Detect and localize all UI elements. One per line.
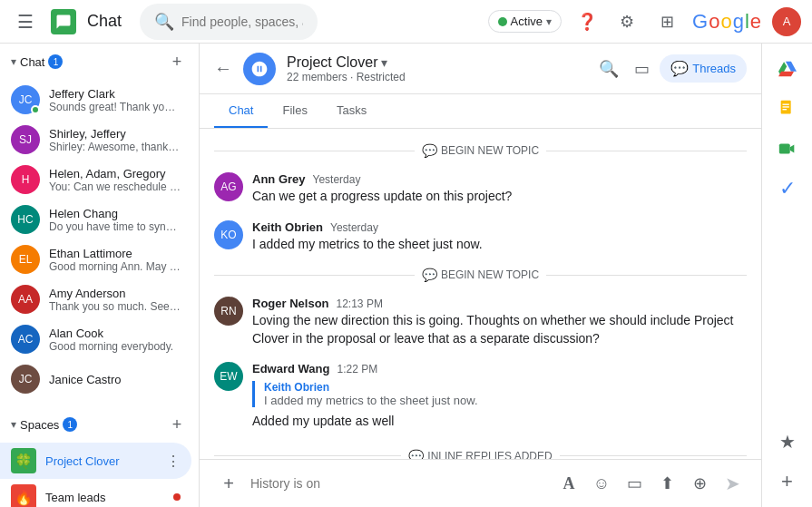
- tab-tasks[interactable]: Tasks: [322, 94, 381, 128]
- chat-item[interactable]: AA Amy Anderson Thank you so much. See y…: [0, 279, 191, 319]
- msg-avatar: RN: [214, 297, 243, 326]
- chat-item-name: Shirley, Jeffery: [49, 127, 181, 141]
- chat-item-name: Ethan Lattimore: [49, 247, 181, 260]
- tasks-check-icon[interactable]: ✓: [769, 171, 806, 207]
- chat-item-preview: Good morning everybody.: [49, 340, 181, 353]
- msg-text: I added my metrics to the sheet just now…: [252, 236, 747, 254]
- search-input[interactable]: [181, 15, 303, 29]
- chat-header-name[interactable]: Project Clover ▾: [287, 54, 583, 71]
- avatar: AA: [11, 285, 40, 314]
- chat-item[interactable]: H Helen, Adam, Gregory You: Can we resch…: [0, 160, 191, 200]
- upload-button[interactable]: ⬆: [652, 469, 681, 498]
- right-panel: ✓ ★ +: [761, 44, 812, 507]
- chat-item-name: Alan Cook: [49, 327, 181, 340]
- threads-icon: 💬: [670, 60, 689, 77]
- add-space-button[interactable]: +: [166, 414, 188, 435]
- add-app-icon[interactable]: +: [769, 463, 806, 500]
- space-options-icon: ⋮: [166, 453, 181, 470]
- search-icon: 🔍: [154, 12, 174, 32]
- add-attachment-button[interactable]: +: [214, 469, 243, 498]
- format-text-button[interactable]: A: [554, 469, 583, 498]
- avatar: HC: [11, 205, 40, 234]
- chat-item[interactable]: HC Helen Chang Do you have time to sync …: [0, 200, 191, 239]
- chat-header-subtitle: 22 members · Restricted: [287, 71, 583, 83]
- reply-quote-text: I added my metrics to the sheet just now…: [264, 394, 747, 407]
- chat-item-name: Jeffery Clark: [49, 87, 181, 101]
- sidebar-item-team-leads[interactable]: 🔥 Team leads: [0, 479, 191, 507]
- svg-rect-3: [782, 109, 787, 110]
- video-call-button[interactable]: ▭: [627, 54, 656, 83]
- chat-item-name: Helen, Adam, Gregory: [49, 167, 181, 180]
- app-title: Chat: [87, 12, 122, 31]
- chat-item[interactable]: JC Janice Castro: [0, 359, 191, 399]
- search-bar[interactable]: 🔍: [140, 4, 318, 40]
- chat-badge: 1: [48, 54, 63, 69]
- messages-area: 💬 BEGIN NEW TOPIC AG Ann Grey Yesterday …: [200, 129, 761, 459]
- sidebar-item-project-clover[interactable]: 🍀 Project Clover ⋮: [0, 443, 191, 479]
- settings-button[interactable]: ⚙: [612, 7, 641, 36]
- inline-replies-label: INLINE REPLIES ADDED: [427, 450, 552, 459]
- chat-item-preview: You: Can we reschedule the meeting for..…: [49, 180, 181, 193]
- msg-timestamp: Yesterday: [330, 221, 378, 234]
- tab-files[interactable]: Files: [268, 94, 321, 128]
- send-button[interactable]: ➤: [718, 469, 747, 498]
- more-options-button[interactable]: ⊕: [685, 469, 714, 498]
- unread-dot: [173, 493, 181, 501]
- docs-icon[interactable]: [769, 91, 806, 127]
- drive-icon[interactable]: [769, 51, 806, 87]
- msg-timestamp: 12:13 PM: [337, 297, 383, 310]
- message-input[interactable]: [250, 476, 547, 491]
- chat-item-name: Amy Anderson: [49, 287, 181, 300]
- chat-item[interactable]: JC Jeffery Clark Sounds great! Thank you…: [0, 80, 191, 120]
- app-icon: [51, 9, 76, 34]
- threads-button[interactable]: 💬 Threads: [660, 54, 747, 83]
- add-chat-button[interactable]: +: [166, 51, 188, 73]
- svg-rect-4: [778, 144, 789, 154]
- topic-divider: 💬 BEGIN NEW TOPIC: [214, 143, 747, 158]
- avatar: H: [11, 165, 40, 194]
- tab-chat[interactable]: Chat: [214, 94, 268, 128]
- msg-timestamp: 1:22 PM: [337, 363, 377, 375]
- hamburger-menu[interactable]: ☰: [11, 7, 40, 36]
- chat-item[interactable]: AC Alan Cook Good morning everybody.: [0, 319, 191, 359]
- message-row: EW Edward Wang 1:22 PM Keith Obrien I ad…: [214, 362, 747, 431]
- msg-text: Loving the new direction this is going. …: [252, 312, 747, 347]
- status-dot: [498, 17, 507, 26]
- chat-item-preview: Thank you so much. See you there.: [49, 300, 181, 313]
- chat-item-name: Helen Chang: [49, 207, 181, 220]
- msg-timestamp: Yesterday: [313, 173, 361, 186]
- inline-replies-icon: 💬: [408, 449, 424, 459]
- msg-sender-name: Ann Grey: [252, 172, 306, 186]
- msg-avatar: EW: [214, 362, 243, 391]
- avatar[interactable]: A: [772, 7, 801, 36]
- svg-rect-2: [782, 106, 788, 107]
- avatar: JC: [11, 85, 40, 114]
- msg-text: Added my update as well: [252, 413, 747, 431]
- message-row: AG Ann Grey Yesterday Can we get a progr…: [214, 172, 747, 206]
- chevron-down-icon: ▾: [546, 15, 552, 28]
- help-button[interactable]: ❓: [572, 7, 602, 36]
- avatar: JC: [11, 365, 40, 394]
- video-button[interactable]: ▭: [620, 469, 649, 498]
- chat-item[interactable]: EL Ethan Lattimore Good morning Ann. May…: [0, 239, 191, 279]
- back-button[interactable]: ←: [214, 58, 232, 79]
- apps-button[interactable]: ⊞: [652, 7, 681, 36]
- emoji-button[interactable]: ☺: [587, 469, 616, 498]
- chat-item-preview: Good morning Ann. May I ask a question?: [49, 260, 181, 273]
- chat-item[interactable]: SJ Shirley, Jeffery Shirley: Awesome, th…: [0, 120, 191, 160]
- input-area: + A ☺ ▭ ⬆ ⊕ ➤: [200, 459, 761, 507]
- dropdown-arrow-icon: ▾: [381, 55, 387, 70]
- threads-label: Threads: [692, 62, 736, 75]
- chat-section-header[interactable]: ▾ Chat 1 +: [0, 44, 199, 80]
- avatar: EL: [11, 245, 40, 274]
- star-icon[interactable]: ★: [769, 424, 806, 460]
- spaces-section-header[interactable]: ▾ Spaces 1 +: [0, 406, 199, 443]
- msg-sender-name: Roger Nelson: [252, 297, 329, 310]
- meet-icon[interactable]: [769, 131, 806, 167]
- message-row: RN Roger Nelson 12:13 PM Loving the new …: [214, 297, 747, 347]
- search-chat-button[interactable]: 🔍: [594, 54, 623, 83]
- status-indicator[interactable]: Active ▾: [488, 10, 562, 33]
- status-label: Active: [511, 15, 543, 28]
- chat-item-name: Janice Castro: [49, 373, 181, 386]
- chat-item-preview: Shirley: Awesome, thank you for the...: [49, 141, 181, 153]
